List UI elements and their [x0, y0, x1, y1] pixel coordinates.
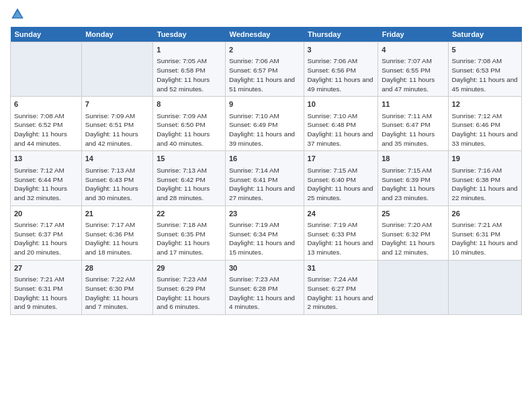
week-row-2: 6Sunrise: 7:08 AMSunset: 6:52 PMDaylight…: [11, 97, 522, 151]
cell-4-6: 25Sunrise: 7:20 AMSunset: 6:32 PMDayligh…: [378, 205, 448, 260]
day-info: Sunrise: 7:17 AMSunset: 6:36 PMDaylight:…: [85, 220, 150, 257]
cell-3-5: 17Sunrise: 7:15 AMSunset: 6:40 PMDayligh…: [304, 151, 378, 205]
day-info: Sunrise: 7:15 AMSunset: 6:40 PMDaylight:…: [308, 166, 375, 203]
cell-2-4: 9Sunrise: 7:10 AMSunset: 6:49 PMDaylight…: [226, 97, 304, 151]
cell-5-5: 31Sunrise: 7:24 AMSunset: 6:27 PMDayligh…: [304, 260, 378, 314]
day-info: Sunrise: 7:10 AMSunset: 6:48 PMDaylight:…: [308, 111, 375, 148]
day-number: 2: [229, 45, 300, 55]
day-info: Sunrise: 7:07 AMSunset: 6:55 PMDaylight:…: [382, 56, 444, 93]
day-info: Sunrise: 7:12 AMSunset: 6:46 PMDaylight:…: [452, 111, 518, 148]
day-number: 4: [382, 45, 444, 55]
day-info: Sunrise: 7:06 AMSunset: 6:56 PMDaylight:…: [308, 56, 375, 93]
day-info: Sunrise: 7:17 AMSunset: 6:37 PMDaylight:…: [14, 220, 78, 257]
cell-4-2: 21Sunrise: 7:17 AMSunset: 6:36 PMDayligh…: [81, 205, 153, 260]
day-number: 5: [452, 45, 518, 55]
day-info: Sunrise: 7:14 AMSunset: 6:41 PMDaylight:…: [229, 166, 300, 203]
day-info: Sunrise: 7:05 AMSunset: 6:58 PMDaylight:…: [157, 56, 222, 93]
cell-2-3: 8Sunrise: 7:09 AMSunset: 6:50 PMDaylight…: [153, 97, 226, 151]
day-header-monday: Monday: [81, 27, 153, 42]
cell-4-1: 20Sunrise: 7:17 AMSunset: 6:37 PMDayligh…: [11, 205, 82, 260]
cell-2-7: 12Sunrise: 7:12 AMSunset: 6:46 PMDayligh…: [448, 97, 521, 151]
day-number: 27: [14, 263, 78, 273]
cell-5-2: 28Sunrise: 7:22 AMSunset: 6:30 PMDayligh…: [81, 260, 153, 314]
day-info: Sunrise: 7:09 AMSunset: 6:51 PMDaylight:…: [85, 111, 150, 148]
cell-1-3: 1Sunrise: 7:05 AMSunset: 6:58 PMDaylight…: [153, 42, 226, 97]
header: [10, 7, 522, 21]
day-info: Sunrise: 7:19 AMSunset: 6:34 PMDaylight:…: [229, 220, 300, 257]
header-row: SundayMondayTuesdayWednesdayThursdayFrid…: [11, 27, 522, 42]
week-row-1: 1Sunrise: 7:05 AMSunset: 6:58 PMDaylight…: [11, 42, 522, 97]
cell-5-7: [448, 260, 521, 314]
day-header-thursday: Thursday: [304, 27, 378, 42]
day-info: Sunrise: 7:24 AMSunset: 6:27 PMDaylight:…: [308, 275, 375, 312]
cell-2-2: 7Sunrise: 7:09 AMSunset: 6:51 PMDaylight…: [81, 97, 153, 151]
week-row-5: 27Sunrise: 7:21 AMSunset: 6:31 PMDayligh…: [11, 260, 522, 314]
day-number: 21: [85, 209, 150, 219]
cell-2-6: 11Sunrise: 7:11 AMSunset: 6:47 PMDayligh…: [378, 97, 448, 151]
day-info: Sunrise: 7:08 AMSunset: 6:53 PMDaylight:…: [452, 56, 518, 93]
day-header-saturday: Saturday: [448, 27, 521, 42]
calendar-table: SundayMondayTuesdayWednesdayThursdayFrid…: [10, 27, 522, 315]
day-number: 29: [157, 263, 222, 273]
day-number: 19: [452, 154, 518, 164]
logo: [10, 7, 28, 21]
cell-1-6: 4Sunrise: 7:07 AMSunset: 6:55 PMDaylight…: [378, 42, 448, 97]
day-number: 16: [229, 154, 300, 164]
cell-3-2: 14Sunrise: 7:13 AMSunset: 6:43 PMDayligh…: [81, 151, 153, 205]
cell-5-1: 27Sunrise: 7:21 AMSunset: 6:31 PMDayligh…: [11, 260, 82, 314]
day-number: 15: [157, 154, 222, 164]
day-number: 31: [308, 263, 375, 273]
cell-4-7: 26Sunrise: 7:21 AMSunset: 6:31 PMDayligh…: [448, 205, 521, 260]
day-number: 28: [85, 263, 150, 273]
day-info: Sunrise: 7:10 AMSunset: 6:49 PMDaylight:…: [229, 111, 300, 148]
day-number: 12: [452, 99, 518, 109]
day-number: 11: [382, 99, 444, 109]
day-number: 8: [157, 99, 222, 109]
day-info: Sunrise: 7:18 AMSunset: 6:35 PMDaylight:…: [157, 220, 222, 257]
cell-1-5: 3Sunrise: 7:06 AMSunset: 6:56 PMDaylight…: [304, 42, 378, 97]
day-number: 23: [229, 209, 300, 219]
day-number: 10: [308, 99, 375, 109]
logo-icon: [10, 7, 25, 21]
day-number: 17: [308, 154, 375, 164]
week-row-4: 20Sunrise: 7:17 AMSunset: 6:37 PMDayligh…: [11, 205, 522, 260]
cell-1-1: [11, 42, 82, 97]
day-info: Sunrise: 7:16 AMSunset: 6:38 PMDaylight:…: [452, 166, 518, 203]
day-number: 30: [229, 263, 300, 273]
day-number: 20: [14, 209, 78, 219]
day-number: 24: [308, 209, 375, 219]
day-number: 22: [157, 209, 222, 219]
cell-5-4: 30Sunrise: 7:23 AMSunset: 6:28 PMDayligh…: [226, 260, 304, 314]
day-number: 9: [229, 99, 300, 109]
day-info: Sunrise: 7:06 AMSunset: 6:57 PMDaylight:…: [229, 56, 300, 93]
cell-3-3: 15Sunrise: 7:13 AMSunset: 6:42 PMDayligh…: [153, 151, 226, 205]
day-info: Sunrise: 7:21 AMSunset: 6:31 PMDaylight:…: [452, 220, 518, 257]
day-info: Sunrise: 7:09 AMSunset: 6:50 PMDaylight:…: [157, 111, 222, 148]
day-info: Sunrise: 7:21 AMSunset: 6:31 PMDaylight:…: [14, 275, 78, 312]
day-number: 18: [382, 154, 444, 164]
day-info: Sunrise: 7:23 AMSunset: 6:28 PMDaylight:…: [229, 275, 300, 312]
cell-4-5: 24Sunrise: 7:19 AMSunset: 6:33 PMDayligh…: [304, 205, 378, 260]
cell-3-6: 18Sunrise: 7:15 AMSunset: 6:39 PMDayligh…: [378, 151, 448, 205]
cell-1-7: 5Sunrise: 7:08 AMSunset: 6:53 PMDaylight…: [448, 42, 521, 97]
week-row-3: 13Sunrise: 7:12 AMSunset: 6:44 PMDayligh…: [11, 151, 522, 205]
day-number: 7: [85, 99, 150, 109]
cell-3-7: 19Sunrise: 7:16 AMSunset: 6:38 PMDayligh…: [448, 151, 521, 205]
day-info: Sunrise: 7:19 AMSunset: 6:33 PMDaylight:…: [308, 220, 375, 257]
day-header-wednesday: Wednesday: [226, 27, 304, 42]
day-number: 13: [14, 154, 78, 164]
day-info: Sunrise: 7:15 AMSunset: 6:39 PMDaylight:…: [382, 166, 444, 203]
day-info: Sunrise: 7:12 AMSunset: 6:44 PMDaylight:…: [14, 166, 78, 203]
cell-4-3: 22Sunrise: 7:18 AMSunset: 6:35 PMDayligh…: [153, 205, 226, 260]
page-container: SundayMondayTuesdayWednesdayThursdayFrid…: [0, 0, 532, 322]
cell-5-3: 29Sunrise: 7:23 AMSunset: 6:29 PMDayligh…: [153, 260, 226, 314]
day-number: 14: [85, 154, 150, 164]
cell-4-4: 23Sunrise: 7:19 AMSunset: 6:34 PMDayligh…: [226, 205, 304, 260]
day-number: 1: [157, 45, 222, 55]
cell-5-6: [378, 260, 448, 314]
day-number: 6: [14, 99, 78, 109]
day-header-friday: Friday: [378, 27, 448, 42]
day-number: 25: [382, 209, 444, 219]
day-info: Sunrise: 7:08 AMSunset: 6:52 PMDaylight:…: [14, 111, 78, 148]
cell-1-2: [81, 42, 153, 97]
